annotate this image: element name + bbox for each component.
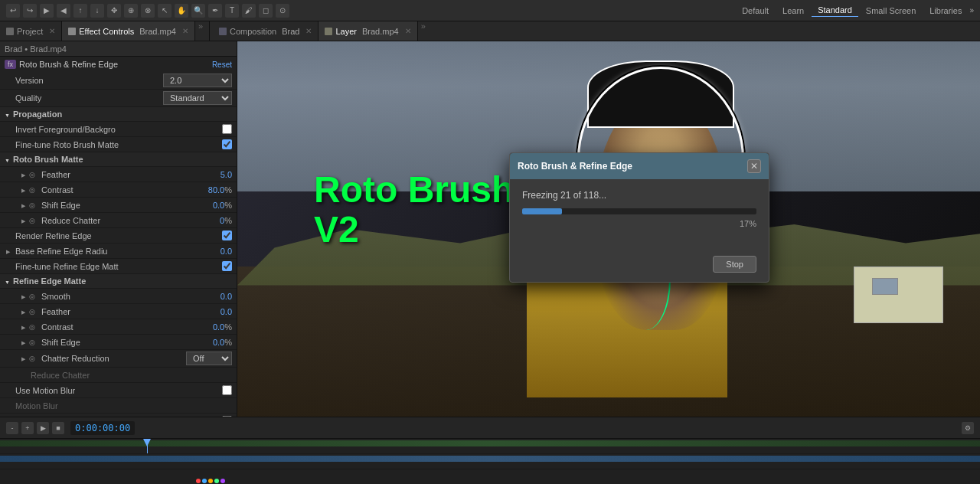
toolbar-icon-7[interactable]: ✥	[107, 4, 121, 18]
roto-brush-matte-label: Roto Brush Matte	[13, 155, 83, 164]
project-icon	[6, 28, 14, 35]
smooth-expand-icon[interactable]	[21, 293, 29, 300]
invert-checkbox[interactable]	[222, 124, 232, 134]
modal-progress-bar-fill	[522, 208, 562, 214]
timeline-blue-bar	[0, 456, 980, 462]
smooth-value[interactable]: 0.0	[194, 292, 232, 301]
tl-stop[interactable]: ■	[52, 422, 64, 434]
version-dropdown[interactable]: 2.0	[163, 74, 232, 87]
modal-close-button[interactable]: ✕	[747, 159, 761, 173]
chatter-reduction-label: Chatter Reduction	[40, 354, 186, 363]
hand-tool-icon[interactable]: ✋	[175, 4, 188, 18]
layer-tab[interactable]: Layer Brad.mp4 ✕	[318, 21, 417, 41]
composition-tab[interactable]: Composition Brad ✕	[213, 21, 318, 41]
shape-tool-icon[interactable]: ◻	[259, 4, 273, 18]
quality-label: Quality	[14, 93, 163, 103]
timeline-playhead[interactable]	[147, 439, 148, 453]
selection-tool-icon[interactable]: ↖	[158, 4, 172, 18]
toolbar-icon-6[interactable]: ↓	[90, 4, 104, 18]
modal-stop-button[interactable]: Stop	[713, 256, 756, 273]
roto-brush-matte-section[interactable]: Roto Brush Matte	[0, 152, 237, 167]
tl-play[interactable]: ▶	[37, 422, 49, 434]
effect-reset-button[interactable]: Reset	[212, 60, 232, 69]
brush-tool-icon[interactable]: 🖌	[242, 4, 256, 18]
contrast2-label: Contrast	[40, 322, 194, 332]
smooth-row: ◎ Smooth 0.0	[0, 289, 237, 304]
feather2-expand-icon[interactable]	[21, 308, 29, 316]
fine-tune-checkbox[interactable]	[222, 139, 232, 149]
top-toolbar: ↩ ↪ ▶ ◀ ↑ ↓ ✥ ⊕ ⊗ ↖ ✋ 🔍 ✒ T 🖌 ◻ ⊙ Defaul…	[0, 0, 980, 21]
use-motion-blur-checkbox[interactable]	[222, 385, 232, 395]
composition-tab-label: Composition	[230, 27, 276, 36]
chatter-reduction-dropdown[interactable]: Off Low High	[186, 352, 232, 365]
preset-default[interactable]: Default	[736, 5, 775, 17]
trailer	[854, 267, 942, 323]
zoom-tool-icon[interactable]: 🔍	[191, 4, 205, 18]
toolbar-icon-5[interactable]: ↑	[74, 4, 87, 18]
decontaminate-checkbox[interactable]	[222, 416, 232, 417]
toolbar-icon-9[interactable]: ⊗	[141, 4, 155, 18]
text-tool-icon[interactable]: T	[225, 4, 239, 18]
layer-icon	[325, 28, 332, 35]
layer-close-icon[interactable]: ✕	[405, 27, 411, 35]
pen-tool-icon[interactable]: ✒	[208, 4, 222, 18]
composition-close-icon[interactable]: ✕	[305, 27, 312, 35]
shift-edge2-expand-icon[interactable]	[21, 338, 29, 346]
contrast2-value[interactable]: 0.0%	[194, 322, 232, 332]
effect-controls-close-icon[interactable]: ✕	[182, 27, 188, 35]
left-panel-expand[interactable]: »	[195, 21, 206, 41]
composition-icon	[219, 28, 227, 35]
preset-small-screen[interactable]: Small Screen	[860, 5, 922, 17]
feather2-value[interactable]: 0.0	[194, 307, 232, 316]
color-dot-purple	[220, 479, 225, 483]
feather-expand-icon[interactable]	[21, 171, 29, 178]
contrast-value[interactable]: 80.0%	[194, 185, 232, 195]
feather-value[interactable]: 5.0	[194, 170, 232, 179]
chatter-reduction-expand-icon[interactable]	[21, 355, 29, 362]
shift-edge-label: Shift Edge	[40, 201, 194, 210]
tl-zoom-out[interactable]: -	[6, 422, 18, 434]
toolbar-icon-4[interactable]: ◀	[57, 4, 70, 18]
effect-controls-tab[interactable]: Effect Controls Brad.mp4 ✕	[62, 21, 195, 41]
timeline-tracks[interactable]	[0, 439, 980, 484]
toolbar-icon-8[interactable]: ⊕	[124, 4, 138, 18]
preset-learn[interactable]: Learn	[776, 5, 810, 17]
tl-zoom-in[interactable]: +	[21, 422, 34, 434]
left-panel: Brad • Brad.mp4 fx Roto Brush & Refine E…	[0, 41, 237, 417]
fine-tune-refine-checkbox[interactable]	[222, 261, 232, 271]
reduce-chatter-value[interactable]: 0%	[194, 216, 232, 225]
tl-settings[interactable]: ⚙	[962, 422, 974, 434]
preset-standard[interactable]: Standard	[812, 4, 858, 17]
shift-edge-row: ◎ Shift Edge 0.0%	[0, 198, 237, 213]
toolbar-icon-2[interactable]: ↪	[23, 4, 37, 18]
base-refine-row: Base Refine Edge Radiu 0.0	[0, 244, 237, 259]
feather2-label: Feather	[40, 307, 194, 316]
contrast-expand-icon[interactable]	[21, 186, 29, 194]
project-close-icon[interactable]: ✕	[49, 27, 55, 35]
preset-libraries[interactable]: Libraries	[923, 5, 968, 17]
base-refine-expand-icon[interactable]	[6, 247, 14, 255]
workspace-expand-icon[interactable]: »	[969, 6, 974, 15]
reduce-chatter-circle-icon: ◎	[29, 217, 40, 224]
shift-edge-expand-icon[interactable]	[21, 201, 29, 209]
composition-viewer[interactable]: Roto Brush V2 Roto Brush & Refine Edge ✕…	[237, 41, 980, 417]
shift-edge2-value[interactable]: 0.0%	[194, 338, 232, 347]
shift-edge-value[interactable]: 0.0%	[194, 201, 232, 210]
quality-dropdown[interactable]: Standard Best Draft	[163, 91, 232, 105]
roto-tool-icon[interactable]: ⊙	[276, 4, 289, 18]
center-panel-expand[interactable]: »	[418, 21, 429, 41]
roto-brush-matte-expand-icon	[5, 155, 10, 164]
chatter-reduction-circle-icon: ◎	[29, 355, 40, 362]
modal-title-bar: Roto Brush & Refine Edge ✕	[510, 153, 769, 179]
toolbar-icon-1[interactable]: ↩	[6, 4, 20, 18]
smooth-label: Smooth	[40, 292, 194, 301]
project-tab[interactable]: Project ✕	[0, 21, 62, 41]
toolbar-icon-3[interactable]: ▶	[40, 4, 54, 18]
contrast2-expand-icon[interactable]	[21, 323, 29, 331]
refine-edge-matte-section[interactable]: Refine Edge Matte	[0, 274, 237, 289]
propagation-section[interactable]: Propagation	[0, 107, 237, 122]
timecode-display[interactable]: 0:00:00:00	[70, 421, 135, 435]
render-refine-checkbox[interactable]	[222, 231, 232, 240]
reduce-chatter-expand-icon[interactable]	[21, 217, 29, 224]
base-refine-value[interactable]: 0.0	[194, 247, 232, 256]
